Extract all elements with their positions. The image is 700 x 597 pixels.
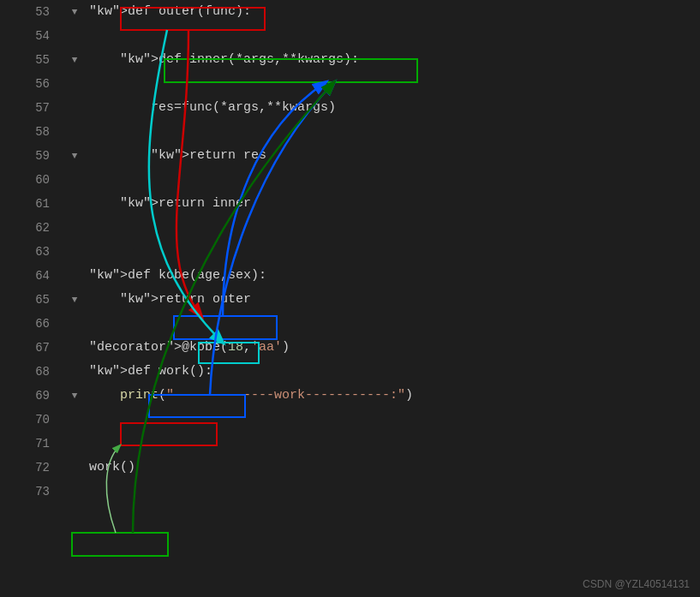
code-area: 5354555657585960616263646566676869707172… xyxy=(0,0,700,597)
gutter-slot-66 xyxy=(60,312,84,336)
line-number-68: 68 xyxy=(0,360,50,384)
line-number-72: 72 xyxy=(0,456,50,480)
gutter-slot-58 xyxy=(60,120,84,144)
fold-icon-65[interactable]: ▼ xyxy=(69,294,81,306)
line-number-70: 70 xyxy=(0,408,50,432)
gutter-slot-62 xyxy=(60,216,84,240)
line-number-69: 69 xyxy=(0,384,50,408)
gutter-slot-69: ▼ xyxy=(60,384,84,408)
gutter-slot-63 xyxy=(60,240,84,264)
code-line-55: "kw">def inner(*args,**kwargs): xyxy=(84,48,700,72)
fold-icon-59[interactable]: ▼ xyxy=(69,150,81,162)
line-number-67: 67 xyxy=(0,336,50,360)
line-number-63: 63 xyxy=(0,240,50,264)
code-line-62 xyxy=(84,216,700,240)
line-number-58: 58 xyxy=(0,120,50,144)
code-line-72: work() xyxy=(84,456,700,480)
gutter-slot-73 xyxy=(60,480,84,504)
line-number-64: 64 xyxy=(0,264,50,288)
code-line-63 xyxy=(84,240,700,264)
watermark: CSDN @YZL40514131 xyxy=(583,578,690,590)
code-line-61: "kw">return inner xyxy=(84,192,700,216)
fold-icon-53[interactable]: ▼ xyxy=(69,6,81,18)
line-number-53: 53 xyxy=(0,0,50,24)
fold-icon-55[interactable]: ▼ xyxy=(69,54,81,66)
gutter: ▼▼▼▼▼ xyxy=(60,0,84,597)
line-number-55: 55 xyxy=(0,48,50,72)
line-number-54: 54 xyxy=(0,24,50,48)
code-line-69: print("-------------work-----------:") xyxy=(84,384,700,408)
line-number-61: 61 xyxy=(0,192,50,216)
line-number-66: 66 xyxy=(0,312,50,336)
code-line-60 xyxy=(84,168,700,192)
code-line-65: "kw">return outer xyxy=(84,288,700,312)
line-numbers: 5354555657585960616263646566676869707172… xyxy=(0,0,60,597)
gutter-slot-54 xyxy=(60,24,84,48)
code-line-73 xyxy=(84,480,700,504)
gutter-slot-70 xyxy=(60,408,84,432)
code-line-67: "decorator">@kobe(18,'aa') xyxy=(84,336,700,360)
code-line-64: "kw">def kobe(age,sex): xyxy=(84,264,700,288)
gutter-slot-67 xyxy=(60,336,84,360)
line-number-73: 73 xyxy=(0,480,50,504)
code-lines: "kw">def outer(func): "kw">def inner(*ar… xyxy=(84,0,700,597)
line-number-71: 71 xyxy=(0,432,50,456)
gutter-slot-72 xyxy=(60,456,84,480)
line-number-62: 62 xyxy=(0,216,50,240)
code-editor: 5354555657585960616263646566676869707172… xyxy=(0,0,700,597)
line-number-57: 57 xyxy=(0,96,50,120)
gutter-slot-61 xyxy=(60,192,84,216)
code-line-58 xyxy=(84,120,700,144)
gutter-slot-57 xyxy=(60,96,84,120)
code-line-66 xyxy=(84,312,700,336)
code-line-54 xyxy=(84,24,700,48)
gutter-slot-56 xyxy=(60,72,84,96)
code-line-70 xyxy=(84,408,700,432)
code-line-68: "kw">def work(): xyxy=(84,360,700,384)
gutter-slot-55: ▼ xyxy=(60,48,84,72)
code-line-57: res=func(*args,**kwargs) xyxy=(84,96,700,120)
code-line-56 xyxy=(84,72,700,96)
code-line-59: "kw">return res xyxy=(84,144,700,168)
gutter-slot-65: ▼ xyxy=(60,288,84,312)
line-number-56: 56 xyxy=(0,72,50,96)
line-number-65: 65 xyxy=(0,288,50,312)
gutter-slot-64 xyxy=(60,264,84,288)
fold-icon-69[interactable]: ▼ xyxy=(69,390,81,402)
gutter-slot-68 xyxy=(60,360,84,384)
code-line-71 xyxy=(84,432,700,456)
gutter-slot-71 xyxy=(60,432,84,456)
line-number-60: 60 xyxy=(0,168,50,192)
gutter-slot-53: ▼ xyxy=(60,0,84,24)
line-number-59: 59 xyxy=(0,144,50,168)
gutter-slot-59: ▼ xyxy=(60,144,84,168)
code-line-53: "kw">def outer(func): xyxy=(84,0,700,24)
gutter-slot-60 xyxy=(60,168,84,192)
